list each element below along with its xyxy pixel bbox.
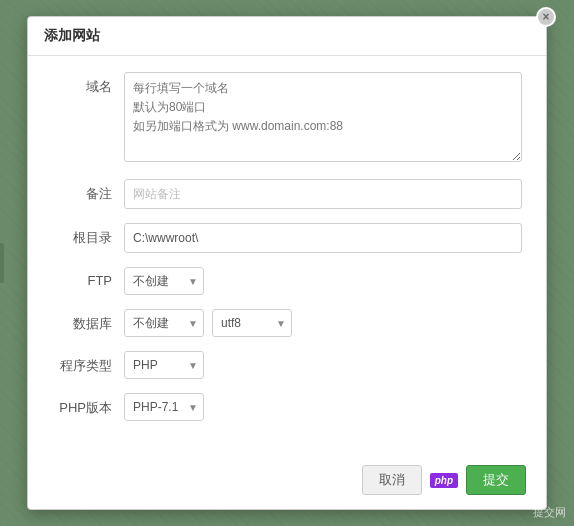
dialog-footer: 取消 php 提交 xyxy=(28,455,546,509)
remark-row: 备注 xyxy=(52,179,522,209)
dialog-header: 添加网站 × xyxy=(28,17,546,56)
close-icon: × xyxy=(542,11,549,23)
php-version-select[interactable]: PHP-7.1 PHP-7.0 PHP-5.6 PHP-5.5 xyxy=(124,393,204,421)
dialog-title: 添加网站 xyxy=(44,27,100,45)
domain-textarea[interactable] xyxy=(124,72,522,162)
php-version-control: PHP-7.1 PHP-7.0 PHP-5.6 PHP-5.5 ▼ xyxy=(124,393,522,421)
program-select[interactable]: PHP Java Node Python xyxy=(124,351,204,379)
program-label: 程序类型 xyxy=(52,351,124,375)
php-version-row: PHP版本 PHP-7.1 PHP-7.0 PHP-5.6 PHP-5.5 ▼ xyxy=(52,393,522,421)
rootdir-input[interactable] xyxy=(124,223,522,253)
remark-input[interactable] xyxy=(124,179,522,209)
dialog-body: 域名 备注 根目录 FTP 不创建 xyxy=(28,56,546,455)
add-website-dialog: 添加网站 × 域名 备注 根目录 FTP xyxy=(27,16,547,510)
php-badge: php xyxy=(430,473,458,488)
watermark-site: 提交网 xyxy=(533,505,566,520)
php-version-select-wrapper: PHP-7.1 PHP-7.0 PHP-5.6 PHP-5.5 ▼ xyxy=(124,393,204,421)
domain-control xyxy=(124,72,522,165)
remark-control xyxy=(124,179,522,209)
program-control: PHP Java Node Python ▼ xyxy=(124,351,522,379)
db-select[interactable]: 不创建 创建 xyxy=(124,309,204,337)
ftp-label: FTP xyxy=(52,267,124,288)
charset-select-wrapper: utf8 utf8mb4 gbk ▼ xyxy=(212,309,292,337)
db-label: 数据库 xyxy=(52,309,124,333)
ftp-select-wrapper: 不创建 创建 ▼ xyxy=(124,267,204,295)
program-row: 程序类型 PHP Java Node Python ▼ xyxy=(52,351,522,379)
cancel-button[interactable]: 取消 xyxy=(362,465,422,495)
db-select-wrapper: 不创建 创建 ▼ xyxy=(124,309,204,337)
charset-select[interactable]: utf8 utf8mb4 gbk xyxy=(212,309,292,337)
remark-label: 备注 xyxy=(52,179,124,203)
close-button[interactable]: × xyxy=(536,7,556,27)
ftp-control: 不创建 创建 ▼ xyxy=(124,267,522,295)
confirm-button[interactable]: 提交 xyxy=(466,465,526,495)
side-indicator xyxy=(0,243,4,283)
db-select-group: 不创建 创建 ▼ utf8 utf8mb4 gbk ▼ xyxy=(124,309,522,337)
rootdir-label: 根目录 xyxy=(52,223,124,247)
domain-label: 域名 xyxy=(52,72,124,96)
watermark: 提交网 xyxy=(533,505,566,520)
db-row: 数据库 不创建 创建 ▼ utf8 utf8mb4 gbk xyxy=(52,309,522,337)
rootdir-control xyxy=(124,223,522,253)
program-select-wrapper: PHP Java Node Python ▼ xyxy=(124,351,204,379)
rootdir-row: 根目录 xyxy=(52,223,522,253)
ftp-select[interactable]: 不创建 创建 xyxy=(124,267,204,295)
domain-row: 域名 xyxy=(52,72,522,165)
ftp-row: FTP 不创建 创建 ▼ xyxy=(52,267,522,295)
db-control: 不创建 创建 ▼ utf8 utf8mb4 gbk ▼ xyxy=(124,309,522,337)
php-version-label: PHP版本 xyxy=(52,393,124,417)
